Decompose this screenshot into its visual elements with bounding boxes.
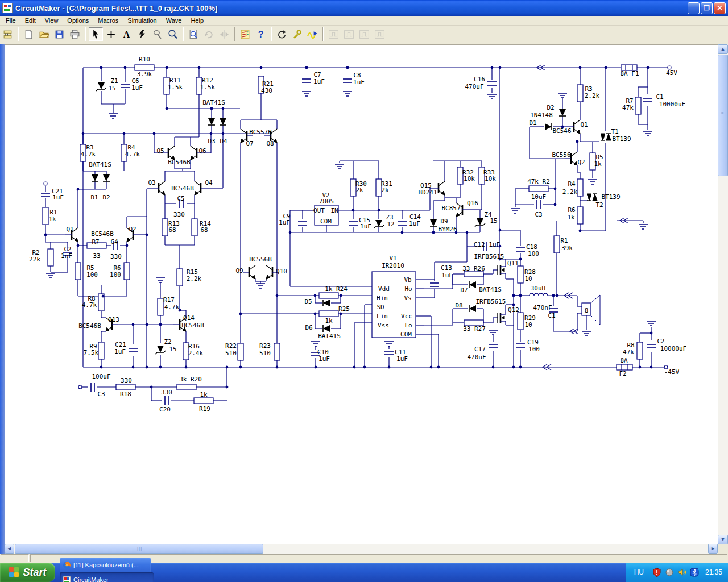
svg-text:1uF: 1uF	[318, 355, 330, 363]
svg-text:330: 330	[161, 389, 172, 396]
menu-edit[interactable]: Edit	[20, 16, 40, 25]
task-circuitmaker[interactable]: CircuitMaker	[60, 572, 154, 582]
language-indicator[interactable]: HU	[634, 568, 644, 576]
scroll-right-button[interactable]: ►	[708, 544, 718, 554]
svg-text:33: 33	[93, 252, 100, 260]
svg-text:1uF: 1uF	[360, 223, 371, 230]
menu-macros[interactable]: Macros	[93, 16, 123, 25]
svg-text:Q9: Q9	[235, 267, 243, 275]
menu-wave[interactable]: Wave	[162, 16, 187, 25]
save-button[interactable]	[52, 27, 67, 41]
schematic-canvas[interactable]: R103.9kZ115C61uFR111.5kR121.5kBAT41SD3D4…	[5, 44, 718, 544]
svg-text:Q2: Q2	[577, 159, 585, 166]
svg-text:Hin: Hin	[377, 294, 388, 302]
circuitmaker-app-icon	[2, 3, 13, 13]
simulation-setup-button[interactable]	[238, 27, 253, 41]
svg-text:COM: COM	[400, 331, 412, 338]
schematic-drawing[interactable]: R103.9kZ115C61uFR111.5kR121.5kBAT41SD3D4…	[5, 45, 718, 544]
svg-text:D2: D2	[102, 194, 110, 201]
svg-text:BC557B: BC557B	[249, 128, 272, 136]
task-kapcsolzem[interactable]: [11] Kapcsolóüzemű (...	[60, 558, 151, 572]
svg-text:OUT: OUT	[313, 207, 325, 214]
waveforms-button[interactable]	[305, 27, 320, 41]
svg-text:510: 510	[225, 350, 237, 357]
svg-text:?: ?	[258, 30, 264, 39]
svg-text:10uF: 10uF	[531, 193, 547, 201]
svg-text:33 R27: 33 R27	[463, 325, 486, 332]
security-shield-icon[interactable]	[652, 568, 661, 577]
svg-text:C12 1uF: C12 1uF	[474, 241, 500, 248]
svg-text:2.2k: 2.2k	[562, 188, 578, 196]
text-button[interactable]: A	[119, 27, 134, 41]
vertical-scroll-thumb[interactable]: ≡	[718, 55, 728, 176]
delete-button[interactable]	[135, 27, 149, 41]
parts-bin-button[interactable]	[1, 27, 15, 41]
windows-flag-icon	[9, 567, 20, 578]
svg-text:R4: R4	[568, 180, 576, 188]
svg-text:C3: C3	[97, 390, 105, 398]
svg-text:100: 100	[110, 271, 121, 278]
menu-help[interactable]: Help	[186, 16, 208, 25]
close-button[interactable]: ✕	[714, 2, 726, 14]
horizontal-scrollbar[interactable]: ◄ ||| ►	[5, 544, 718, 554]
minimize-button[interactable]: _	[688, 2, 700, 14]
start-button[interactable]: Start	[0, 563, 55, 582]
volume-ball-icon[interactable]	[665, 568, 674, 577]
svg-text:BC546: BC546	[552, 127, 571, 135]
bluetooth-icon[interactable]	[690, 568, 699, 577]
vertical-scrollbar[interactable]: ▲ ≡ ▼	[718, 44, 728, 544]
circuitmaker-window: CircuitMaker - [C:\Program Files\...\TT …	[0, 0, 728, 582]
wire-button[interactable]	[104, 27, 118, 41]
restore-button[interactable]: ❐	[701, 2, 713, 14]
svg-text:D6: D6	[305, 324, 312, 331]
system-tray: HU 21:35	[626, 563, 728, 582]
svg-text:470uF: 470uF	[465, 83, 483, 90]
svg-text:3.9k: 3.9k	[137, 70, 152, 78]
svg-text:Vs: Vs	[404, 294, 411, 302]
svg-text:10: 10	[524, 275, 532, 282]
svg-text:Vb: Vb	[404, 276, 411, 284]
svg-text:Q3: Q3	[148, 179, 155, 186]
menu-simulation[interactable]: Simulation	[123, 16, 161, 25]
speaker-icon[interactable]	[677, 568, 686, 577]
horizontal-scroll-thumb[interactable]: |||	[15, 544, 263, 554]
help-button[interactable]: ?	[254, 27, 268, 41]
scroll-left-button[interactable]: ◄	[5, 544, 14, 554]
menu-options[interactable]: Options	[63, 16, 93, 25]
digital-display-1-button	[326, 27, 341, 41]
svg-text:330: 330	[173, 211, 185, 218]
svg-text:R25: R25	[338, 305, 350, 313]
svg-text:4.7k: 4.7k	[164, 304, 180, 311]
svg-text:10: 10	[524, 321, 532, 329]
menu-bar: FileEditViewOptionsMacrosSimulationWaveH…	[0, 16, 728, 26]
svg-text:BC546B: BC546B	[78, 322, 101, 330]
scroll-up-button[interactable]: ▲	[718, 44, 728, 54]
title-bar[interactable]: CircuitMaker - [C:\Program Files\...\TT …	[0, 0, 728, 16]
svg-text:1uF: 1uF	[279, 219, 290, 226]
svg-text:Q6: Q6	[198, 147, 206, 155]
menu-file[interactable]: File	[1, 16, 20, 25]
taskbar-clock[interactable]: 21:35	[705, 568, 722, 576]
svg-text:R22: R22	[225, 342, 237, 350]
svg-text:2.2k: 2.2k	[585, 92, 600, 99]
new-button[interactable]	[22, 27, 36, 41]
reset-button[interactable]	[275, 27, 289, 41]
digital-display-4-button	[373, 27, 387, 41]
svg-text:D3: D3	[208, 138, 215, 145]
print-button[interactable]	[68, 27, 82, 41]
zoom-window-button[interactable]	[187, 27, 201, 41]
svg-text:C17: C17	[474, 346, 486, 353]
svg-text:D8: D8	[455, 302, 462, 309]
tools-button[interactable]	[290, 27, 304, 41]
scroll-down-button[interactable]: ▼	[718, 535, 728, 544]
mirror-button	[217, 27, 231, 41]
menu-view[interactable]: View	[40, 16, 63, 25]
svg-text:C13: C13	[441, 264, 452, 272]
probe-button[interactable]	[150, 27, 164, 41]
svg-text:Z2: Z2	[164, 338, 171, 346]
svg-text:100uF: 100uF	[92, 373, 110, 380]
svg-text:47k R2: 47k R2	[527, 178, 550, 185]
open-button[interactable]	[37, 27, 51, 41]
select-button[interactable]	[89, 27, 103, 41]
zoom-button[interactable]	[166, 27, 180, 41]
